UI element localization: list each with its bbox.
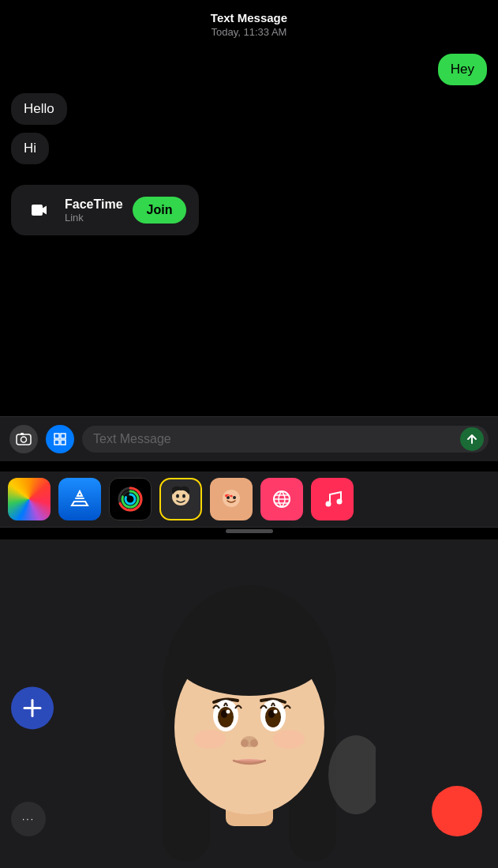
add-button[interactable] — [11, 686, 54, 729]
memoji-avatar — [123, 546, 376, 862]
svg-rect-1 — [17, 434, 31, 445]
svg-point-44 — [444, 798, 470, 824]
record-button[interactable] — [432, 786, 482, 836]
message-row-facetime: FaceTime Link Join — [11, 185, 487, 239]
more-label: ··· — [22, 814, 35, 825]
facetime-video-icon — [24, 194, 55, 226]
search-app-icon[interactable] — [260, 478, 303, 520]
svg-point-40 — [273, 730, 305, 749]
app-icons-bar — [0, 472, 498, 528]
svg-point-21 — [337, 499, 343, 505]
svg-point-13 — [223, 490, 240, 507]
message-row-outgoing-1: Hey — [11, 54, 487, 90]
drag-handle[interactable] — [226, 529, 273, 533]
svg-point-15 — [233, 496, 236, 499]
text-input-wrapper[interactable]: Text Message — [82, 426, 489, 453]
facetime-subtitle: Link — [65, 212, 123, 224]
svg-rect-3 — [21, 433, 24, 435]
bubble-incoming-hello[interactable]: Hello — [11, 93, 67, 125]
message-row-incoming-1: Hello — [11, 93, 487, 130]
svg-point-12 — [182, 494, 185, 498]
svg-point-20 — [326, 502, 331, 507]
svg-point-2 — [21, 437, 27, 442]
camera-button[interactable] — [9, 425, 38, 453]
messages-area: Hey Hello Hi FaceTime Link Join — [0, 46, 498, 433]
message-header: Text Message Today, 11:33 AM — [0, 0, 498, 46]
svg-point-35 — [273, 710, 277, 714]
svg-point-37 — [241, 739, 249, 747]
input-bar: Text Message — [0, 416, 498, 461]
bubble-incoming-hi[interactable]: Hi — [11, 133, 49, 164]
animoji-app-icon[interactable] — [210, 478, 253, 520]
facetime-join-button[interactable]: Join — [133, 197, 187, 224]
music-app-icon[interactable] — [311, 478, 354, 520]
facetime-title: FaceTime — [65, 197, 123, 212]
bubble-outgoing-hey[interactable]: Hey — [438, 54, 487, 85]
memoji-app-icon[interactable] — [159, 478, 202, 520]
svg-point-38 — [250, 739, 258, 747]
svg-point-27 — [170, 609, 328, 696]
more-button[interactable]: ··· — [11, 802, 46, 836]
svg-point-39 — [194, 730, 226, 749]
photos-app-icon[interactable] — [8, 478, 51, 520]
facetime-info: FaceTime Link — [65, 197, 123, 224]
conversation-title: Text Message — [0, 11, 498, 24]
svg-point-34 — [226, 710, 230, 714]
appstore-app-icon[interactable] — [58, 478, 101, 520]
memoji-panel: ··· — [0, 539, 498, 868]
facetime-bubble[interactable]: FaceTime Link Join — [11, 185, 199, 235]
activity-app-icon[interactable] — [109, 478, 152, 520]
apps-button[interactable] — [46, 425, 74, 453]
text-input-placeholder: Text Message — [93, 432, 171, 446]
send-button[interactable] — [460, 427, 484, 451]
conversation-timestamp: Today, 11:33 AM — [0, 26, 498, 38]
svg-point-11 — [176, 494, 179, 498]
message-row-incoming-2: Hi — [11, 133, 487, 169]
